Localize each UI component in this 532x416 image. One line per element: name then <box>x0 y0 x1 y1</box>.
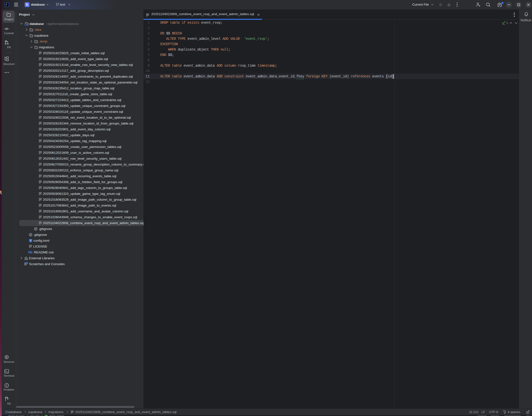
svg-text:IJ: IJ <box>6 3 7 5</box>
